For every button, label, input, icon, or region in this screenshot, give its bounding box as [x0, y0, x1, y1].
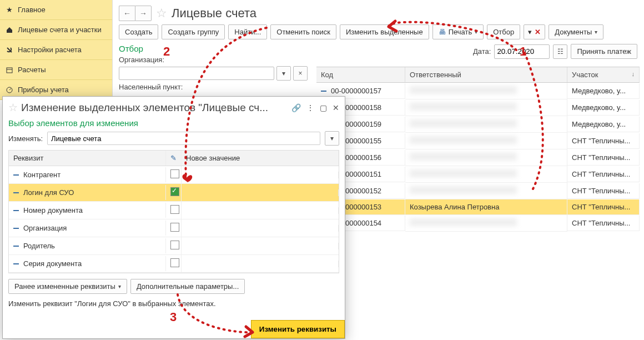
requisite-row[interactable]: Серия документа [9, 255, 339, 273]
sidebar-item-label: Настройки расчета [18, 46, 82, 54]
col-area[interactable]: Участок ↓ [567, 67, 640, 82]
commit-change-button[interactable]: Изменить реквизиты [251, 320, 345, 338]
blurred-text [410, 169, 517, 177]
table-row[interactable]: 00-0000000159Медведково, у... [316, 116, 640, 133]
maximize-icon[interactable]: ▢ [320, 103, 327, 112]
requisite-newvalue-cell [182, 243, 339, 249]
filter-org-label: Организация: [119, 56, 164, 64]
table-row[interactable]: 00-0000000151СНТ "Тепличны... [316, 166, 640, 183]
modal-bottom-toolbar: Ранее измененные реквизиты ▾ Дополнитель… [3, 273, 345, 299]
cell-responsible [405, 116, 567, 133]
checkbox[interactable] [170, 205, 179, 214]
sidebar-item-label: Лицевые счета и участки [18, 26, 102, 34]
col-code[interactable]: Код [316, 67, 405, 82]
cell-area: СНТ "Тепличны... [567, 167, 640, 182]
col-requisite[interactable]: Реквизит [9, 151, 166, 166]
table-row[interactable]: 00-0000000154СНТ "Тепличны... [316, 215, 640, 232]
requisite-newvalue-cell[interactable] [182, 189, 339, 196]
filter-button[interactable]: Отбор [487, 24, 520, 39]
blurred-text [410, 186, 517, 194]
funnel-icon: ▾ [528, 28, 532, 36]
cancel-search-button[interactable]: Отменить поиск [270, 24, 336, 39]
favorite-star-icon[interactable]: ☆ [156, 6, 167, 21]
link-icon[interactable]: 🔗 [291, 103, 301, 112]
sidebar-item-calc-settings[interactable]: Настройки расчета [0, 40, 112, 60]
requisite-row[interactable]: Родитель [9, 237, 339, 255]
clear-filter-button[interactable]: ▾✕ [524, 24, 545, 39]
x-icon: × [298, 69, 302, 77]
date-picker-button[interactable]: ☷ [553, 44, 567, 59]
create-button[interactable]: Создать [119, 24, 158, 39]
sidebar-item-label: Приборы учета [18, 86, 69, 94]
cell-area: СНТ "Тепличны... [567, 133, 640, 149]
table-row[interactable]: 00-0000000156СНТ "Тепличны... [316, 149, 640, 166]
table-row[interactable]: 00-0000000153Козырева Алина ПетровнаСНТ … [316, 199, 640, 215]
checkbox[interactable] [170, 258, 179, 267]
requisite-name-cell: Логин для СУО [9, 185, 166, 200]
nav-back-button[interactable]: ← [119, 6, 135, 21]
chevron-down-icon: ▾ [282, 69, 285, 77]
blurred-text [410, 103, 517, 111]
requisite-checkbox-cell[interactable] [166, 184, 182, 201]
requisite-row[interactable]: Логин для СУО [9, 184, 339, 202]
chevron-down-icon: ▾ [118, 283, 121, 289]
checkbox[interactable] [170, 241, 179, 249]
cell-area: СНТ "Тепличны... [567, 216, 640, 231]
table-row[interactable]: 00-0000000157Медведково, у... [316, 83, 640, 99]
filter-org-clear-button[interactable]: × [293, 66, 308, 81]
checkbox[interactable] [170, 223, 179, 232]
col-new-value[interactable]: Новое значение [182, 151, 339, 166]
requisite-newvalue-cell [182, 225, 339, 232]
table-row[interactable]: 00-0000000152СНТ "Тепличны... [316, 183, 640, 199]
print-button[interactable]: 🖶 Печать ▾ [432, 24, 484, 39]
documents-button[interactable]: Документы ▾ [549, 24, 603, 39]
requisite-checkbox-cell[interactable] [166, 255, 182, 272]
requisite-row[interactable]: Номер документа [9, 202, 339, 219]
favorite-star-icon[interactable]: ☆ [8, 101, 18, 114]
modal-subtitle: Выбор элементов для изменения [3, 118, 345, 131]
prev-changed-requisites-button[interactable]: Ранее измененные реквизиты ▾ [8, 279, 127, 294]
requisite-checkbox-cell[interactable] [166, 166, 182, 183]
calendar-icon: ☷ [557, 48, 564, 56]
requisite-row[interactable]: Организация [9, 219, 339, 237]
extra-params-button[interactable]: Дополнительные параметры... [130, 279, 245, 294]
row-dash-icon [13, 210, 19, 211]
accept-payment-button[interactable]: Принять платеж [571, 44, 637, 59]
requisite-checkbox-cell[interactable] [166, 219, 182, 237]
change-label: Изменять: [8, 134, 43, 143]
checkbox[interactable] [170, 187, 179, 196]
cell-area: СНТ "Тепличны... [567, 150, 640, 166]
requisite-checkbox-cell[interactable] [166, 237, 182, 254]
blurred-text [410, 86, 517, 94]
table-row[interactable]: 00-0000000158Медведково, у... [316, 99, 640, 116]
requisite-row[interactable]: Контрагент [9, 166, 339, 184]
cell-responsible [405, 166, 567, 183]
checkbox[interactable] [170, 169, 179, 178]
sort-arrow-icon: ↓ [632, 71, 635, 77]
col-responsible[interactable]: Ответственный [405, 67, 567, 82]
cell-area: Медведково, у... [567, 117, 640, 132]
find-button[interactable]: Найти... [228, 24, 267, 39]
date-input[interactable] [494, 44, 550, 59]
change-target-dropdown[interactable]: ▾ [325, 131, 339, 146]
close-icon[interactable]: ✕ [333, 103, 339, 112]
change-selected-button[interactable]: Изменить выделенные [340, 24, 429, 39]
meter-icon [6, 86, 13, 94]
sidebar-item-label: Расчеты [18, 66, 46, 74]
x-icon: ✕ [535, 28, 541, 36]
filter-org-input[interactable] [119, 67, 274, 80]
modal-change-row: Изменять: ▾ [3, 131, 345, 150]
cell-responsible [405, 133, 567, 149]
table-row[interactable]: 00-0000000155СНТ "Тепличны... [316, 133, 640, 149]
filter-org-dropdown-button[interactable]: ▾ [276, 66, 291, 81]
nav-forward-button[interactable]: → [135, 6, 152, 21]
row-dash-icon [321, 91, 326, 92]
create-group-button[interactable]: Создать группу [162, 24, 225, 39]
more-icon[interactable]: ⋮ [306, 103, 314, 112]
requisite-checkbox-cell[interactable] [166, 202, 182, 219]
sidebar-item-main[interactable]: ★ Главное [0, 0, 112, 20]
sidebar-item-accounts[interactable]: Лицевые счета и участки [0, 20, 112, 40]
change-target-input[interactable] [47, 132, 320, 145]
sidebar-item-calculations[interactable]: Расчеты [0, 60, 112, 80]
cell-responsible [405, 215, 567, 232]
